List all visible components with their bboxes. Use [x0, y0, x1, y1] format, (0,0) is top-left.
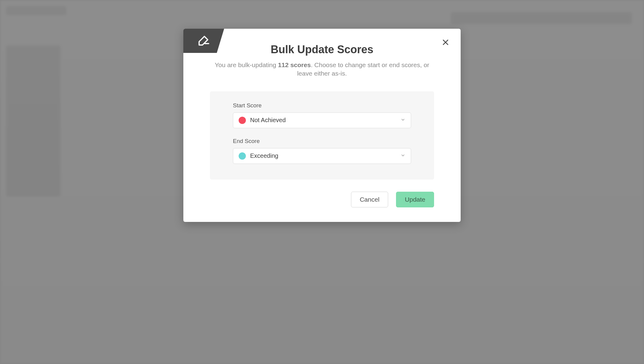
end-score-select[interactable]: Exceeding: [233, 148, 411, 164]
start-score-field: Start Score Not Achieved: [233, 102, 411, 128]
end-score-value: Exceeding: [250, 152, 401, 159]
start-score-select[interactable]: Not Achieved: [233, 112, 411, 128]
subtitle-prefix: You are bulk-updating: [215, 61, 278, 68]
chevron-down-icon: [401, 153, 405, 159]
subtitle-suffix: . Choose to change start or end scores, …: [297, 61, 429, 77]
modal-overlay: Bulk Update Scores You are bulk-updating…: [0, 0, 644, 364]
form-area: Start Score Not Achieved End Score Excee…: [210, 91, 434, 180]
start-score-dot: [239, 117, 246, 124]
start-score-label: Start Score: [233, 102, 411, 109]
end-score-field: End Score Exceeding: [233, 138, 411, 164]
start-score-value: Not Achieved: [250, 117, 401, 124]
modal-title: Bulk Update Scores: [183, 29, 461, 56]
close-icon: [442, 38, 449, 47]
modal-subtitle: You are bulk-updating 112 scores. Choose…: [213, 61, 431, 78]
button-row: Cancel Update: [210, 192, 434, 207]
close-button[interactable]: [440, 37, 451, 48]
update-button[interactable]: Update: [396, 192, 434, 207]
chevron-down-icon: [401, 117, 405, 123]
bulk-update-modal: Bulk Update Scores You are bulk-updating…: [183, 29, 461, 222]
end-score-label: End Score: [233, 138, 411, 145]
cancel-button[interactable]: Cancel: [351, 192, 388, 207]
end-score-dot: [239, 152, 246, 160]
score-count: 112 scores: [278, 61, 311, 68]
edit-icon: [198, 34, 210, 47]
